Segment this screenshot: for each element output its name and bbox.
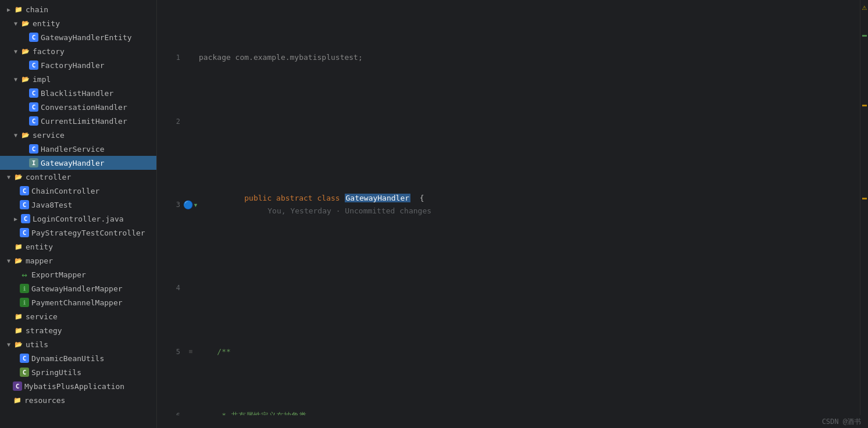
interface3-icon: ℹ [20, 298, 29, 307]
sidebar-item-factory[interactable]: ▼ 📂 factory [0, 44, 156, 58]
code-editor: 1 package com.example.mybatisplustest; 2… [157, 0, 868, 428]
change-marker-1 [862, 35, 867, 37]
sidebar-item-spring-utils[interactable]: C SpringUtils [0, 365, 156, 379]
sidebar-item-gateway-handler[interactable]: I GatewayHandler [0, 156, 156, 170]
warning-icon: ⚠ [862, 2, 867, 12]
chevron-down-mapper-icon: ▼ [5, 256, 13, 265]
chevron-down-icon-controller: ▼ [5, 173, 13, 181]
sidebar-item-conversation[interactable]: C ConversationHandler [0, 100, 156, 114]
sidebar-item-java8test[interactable]: C Java8Test [0, 198, 156, 212]
class-handlerservice-icon: C [29, 144, 38, 154]
mapper-export-icon: ↔ [20, 270, 29, 279]
sidebar-item-chain-controller[interactable]: C ChainController [0, 184, 156, 198]
code-line-4: 4 [162, 281, 855, 294]
sidebar-item-blacklist[interactable]: C BlacklistHandler [0, 86, 156, 100]
class-spring-icon: C [20, 368, 29, 377]
sidebar-item-resources[interactable]: 📁 resources [0, 393, 156, 407]
class-icon: C [29, 33, 38, 42]
class-mybatis-icon: C [13, 381, 22, 391]
class-login-icon: C [21, 214, 30, 223]
class-dynamic-icon: C [20, 354, 29, 363]
sidebar-item-impl[interactable]: ▼ 📂 impl [0, 72, 156, 86]
sidebar-item-controller[interactable]: ▼ 📂 controller [0, 170, 156, 184]
folder-strategy-icon: 📁 [14, 326, 23, 335]
class-conversation-icon: C [29, 102, 38, 112]
scroll-gutter: ⚠ [860, 0, 868, 415]
sidebar-item-gateway-mapper[interactable]: ℹ GatewayHandlerMapper [0, 281, 156, 295]
interface2-icon: ℹ [20, 284, 29, 293]
sidebar-item-gateway-handler-entity[interactable]: C GatewayHandlerEntity [0, 30, 156, 44]
sidebar-item-currentlimit[interactable]: C CurrentLimitHandler [0, 114, 156, 128]
code-line-1: 1 package com.example.mybatisplustest; [162, 51, 855, 64]
attribution-text: CSDN @酒书 [822, 417, 861, 427]
sidebar-item-factory-handler[interactable]: C FactoryHandler [0, 58, 156, 72]
sidebar-item-mapper[interactable]: ▼ 📂 mapper [0, 254, 156, 268]
sidebar-item-mybatis-app[interactable]: C MybatisPlusApplication [0, 379, 156, 393]
change-marker-2 [862, 105, 867, 106]
folder-open-icon: 📂 [21, 19, 30, 28]
folder-entity2-icon: 📁 [14, 242, 23, 251]
class-java8-icon: C [20, 200, 29, 209]
chevron-right-login-icon: ▶ [12, 215, 20, 223]
code-line-5: 5 ≡ /** [162, 345, 855, 358]
sidebar-item-strategy[interactable]: ▶ 📁 strategy [0, 323, 156, 337]
chevron-down-icon-service: ▼ [12, 131, 20, 139]
sidebar-item-entity2[interactable]: ▶ 📁 entity [0, 240, 156, 254]
class-currentlimit-icon: C [29, 116, 38, 126]
sidebar-item-service[interactable]: ▼ 📂 service [0, 128, 156, 142]
code-content[interactable]: 1 package com.example.mybatisplustest; 2… [157, 0, 860, 415]
sidebar-item-service2[interactable]: ▶ 📁 service [0, 309, 156, 323]
sidebar-item-payment-mapper[interactable]: ℹ PaymentChannelMapper [0, 295, 156, 309]
sidebar-item-login-controller[interactable]: ▶ C LoginController.java [0, 212, 156, 226]
folder-open-utils-icon: 📂 [14, 340, 23, 349]
change-marker-3 [862, 198, 867, 199]
sidebar-item-handler-service[interactable]: C HandlerService [0, 142, 156, 156]
class-blacklist-icon: C [29, 88, 38, 98]
folder-open-controller-icon: 📂 [14, 172, 23, 181]
sidebar-item-utils[interactable]: ▼ 📂 utils [0, 337, 156, 351]
sidebar-item-chain[interactable]: ▶ 📁 chain [0, 2, 156, 16]
chevron-right-icon: ▶ [5, 5, 13, 13]
chevron-down-icon-impl: ▼ [12, 75, 20, 83]
class-pay-icon: C [20, 228, 29, 237]
status-bar: CSDN @酒书 [157, 415, 868, 428]
folder-open-impl-icon: 📂 [21, 74, 30, 84]
class-chain-controller-icon: C [20, 186, 29, 195]
sidebar-item-entity[interactable]: ▼ 📂 entity [0, 16, 156, 30]
chevron-down-icon-factory: ▼ [12, 47, 20, 55]
chevron-down-utils-icon: ▼ [5, 340, 13, 348]
code-line-2: 2 [162, 115, 855, 128]
folder-icon: 📁 [14, 5, 23, 14]
sidebar-item-export-mapper[interactable]: ↔ ExportMapper [0, 268, 156, 281]
class-factory-icon: C [29, 60, 38, 70]
folder-open-service-icon: 📂 [21, 130, 30, 140]
code-line-3: 3 🔵▾ public abstract class GatewayHandle… [162, 179, 855, 230]
interface-gateway-icon: I [29, 158, 38, 167]
folder-resources-icon: 📁 [13, 395, 22, 405]
sidebar-item-dynamic-bean[interactable]: C DynamicBeanUtils [0, 351, 156, 365]
folder-open-mapper-icon: 📂 [14, 256, 23, 265]
chevron-down-icon: ▼ [12, 19, 20, 27]
folder-open-factory-icon: 📂 [21, 47, 30, 56]
folder-service2-icon: 📁 [14, 312, 23, 321]
file-tree[interactable]: ▶ 📁 chain ▼ 📂 entity C GatewayHandlerEnt… [0, 0, 157, 428]
code-line-6: 6 * 共有属性定义在抽象类 [162, 409, 855, 415]
sidebar-item-pay-strategy[interactable]: C PayStrategyTestController [0, 226, 156, 240]
